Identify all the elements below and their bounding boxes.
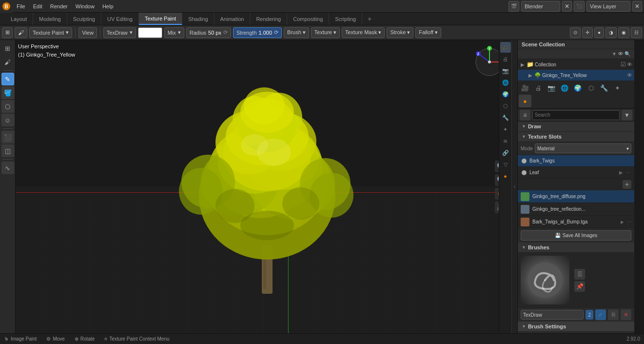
brush-delete-btn[interactable]: ✕ [621, 309, 631, 320]
collection-checkbox[interactable]: ☑ [621, 61, 626, 68]
viewport-shading-extra[interactable]: ☷ [631, 27, 642, 38]
tab-texture-paint[interactable]: Texture Paint [139, 13, 182, 25]
tab-layout[interactable]: Layout [5, 13, 33, 25]
constraint-props-icon[interactable]: 🔗 [500, 147, 511, 158]
props-view-layer-icon[interactable]: 📷 [545, 81, 558, 94]
viewport-shading-solid[interactable]: ● [594, 27, 604, 38]
tab-sculpting[interactable]: Sculpting [67, 13, 101, 25]
properties-search-input[interactable] [532, 110, 620, 120]
scene-name-field[interactable]: Blender [521, 1, 560, 12]
physics-props-icon[interactable]: ≋ [500, 136, 511, 146]
outliner-filter-icon[interactable]: ▼ [612, 51, 617, 57]
brush-copy-btn[interactable]: ⎘ [608, 309, 619, 320]
props-scene-icon[interactable]: 🌐 [558, 81, 571, 94]
props-render-icon[interactable]: 🎥 [519, 81, 531, 94]
tool-clone[interactable]: ☺ [1, 114, 14, 126]
blender-logo[interactable]: B [0, 0, 13, 13]
tab-animation[interactable]: Animation [215, 13, 251, 25]
view-layer-close-btn[interactable]: ✕ [632, 1, 642, 12]
brush-name-dropdown[interactable]: TexDraw ▾ [103, 27, 136, 38]
menu-render[interactable]: Render [46, 0, 72, 12]
paint-mode-dropdown[interactable]: Texture Paint ▾ [29, 27, 72, 38]
view-btn[interactable]: View [78, 27, 97, 38]
slot-leaf[interactable]: Leaf ▶ ⋯ [518, 167, 634, 179]
viewport-shading-material[interactable]: ◑ [605, 27, 617, 38]
scene-close-btn[interactable]: ✕ [562, 1, 572, 12]
world-props-icon[interactable]: 🌍 [500, 89, 511, 100]
props-output-icon[interactable]: 🖨 [532, 81, 545, 94]
texture-mask-dropdown[interactable]: Texture Mask ▾ [342, 27, 385, 38]
add-workspace-tab[interactable]: ＋ [362, 15, 377, 23]
brush-view-btn[interactable]: ☰ [574, 269, 585, 280]
3d-viewport[interactable]: X Y Z User Perspective (1) Ginkgo_Tree_Y… [16, 40, 511, 333]
tool-icon-top-2[interactable]: 🖌 [1, 56, 14, 68]
mode-icon-btn[interactable]: ⊞ [2, 27, 13, 38]
texture-dropdown[interactable]: Texture ▾ [311, 27, 340, 38]
tool-annotate[interactable]: ∿ [1, 162, 14, 174]
output-props-icon[interactable]: 🖨 [500, 54, 511, 64]
save-all-images-btn[interactable]: 💾 Save All Images [521, 230, 631, 241]
image-diffuse[interactable]: Ginkgo_tree_diffuse.png [518, 190, 634, 203]
panel-settings-btn[interactable]: ▼ [622, 110, 632, 121]
radius-input[interactable]: Radius 50 px ⟳ [186, 27, 231, 38]
tab-shading[interactable]: Shading [182, 13, 214, 25]
brush-dropdown[interactable]: Brush ▾ [284, 27, 309, 38]
tool-draw[interactable]: ✎ [1, 73, 14, 85]
brushes-section-header[interactable]: ▼ Brushes [518, 243, 634, 253]
slot-bark-twigs[interactable]: Bark_Twigs [518, 155, 634, 167]
menu-window[interactable]: Window [72, 0, 98, 12]
scene-selector[interactable]: 🎬 [508, 1, 519, 12]
falloff-dropdown[interactable]: Falloff ▾ [415, 27, 441, 38]
gizmo-btn[interactable]: ✛ [582, 27, 593, 38]
menu-file[interactable]: File [13, 0, 29, 12]
object-props-icon[interactable]: ⬡ [500, 101, 511, 111]
view-layer-selector[interactable]: ⬛ [574, 1, 585, 12]
outliner-search-icon[interactable]: 🔍 [624, 51, 630, 57]
brush-settings-section-header[interactable]: ▼ Brush Settings [518, 322, 634, 332]
object-data-props-icon[interactable]: ▽ [500, 159, 511, 170]
outliner-vis-icon[interactable]: 👁 [618, 51, 623, 57]
texture-slots-section-header[interactable]: ▼ Texture Slots [518, 132, 634, 142]
strength-input[interactable]: Strength 1.000 ⟳ [233, 27, 282, 38]
panel-list-view-btn[interactable]: ≡ [520, 110, 530, 121]
tab-compositing[interactable]: Compositing [287, 13, 329, 25]
brush-fake-user-btn[interactable]: ✓ [595, 309, 606, 320]
view-mode-toggle[interactable]: 🖌 [15, 27, 27, 38]
menu-edit[interactable]: Edit [29, 0, 46, 12]
collection-visibility-icon[interactable]: 👁 [627, 61, 632, 67]
view-layer-props-icon[interactable]: 📷 [500, 65, 511, 76]
tool-mask[interactable]: ◫ [1, 144, 14, 157]
brush-name-input[interactable]: TexDraw [521, 310, 584, 320]
mode-dropdown[interactable]: Material ▾ [535, 143, 631, 153]
render-props-icon[interactable]: 🎥 [500, 42, 511, 53]
outliner-tree-item[interactable]: ▶ 🌳 Ginkgo_Tree_Yellow 👁 [518, 70, 634, 81]
panel-collapse-toggle[interactable]: ‹ [511, 40, 517, 333]
color-swatch[interactable] [138, 27, 162, 38]
image-reflection[interactable]: Ginkgo_tree_reflection... [518, 203, 634, 216]
tool-smear[interactable]: ⬡ [1, 100, 14, 113]
particles-props-icon[interactable]: ✦ [500, 124, 511, 135]
tab-modeling[interactable]: Modeling [33, 13, 67, 25]
tab-uv-editing[interactable]: UV Editing [101, 13, 139, 25]
viewport-shading-rendered[interactable]: ◉ [618, 27, 629, 38]
menu-help[interactable]: Help [98, 0, 117, 12]
viewport-overlay-btn[interactable]: ⊙ [570, 27, 581, 38]
image-bump[interactable]: Bark_Twigs_al_Bump.tga ▶ ⋯ [518, 216, 634, 228]
stroke-dropdown[interactable]: Stroke ▾ [387, 27, 413, 38]
tool-icon-top-1[interactable]: ⊞ [1, 42, 14, 55]
brush-pin-btn[interactable]: 📌 [574, 281, 585, 292]
tab-rendering[interactable]: Rendering [250, 13, 287, 25]
tool-fill2[interactable]: ⬛ [1, 131, 14, 143]
outliner-collection-item[interactable]: ▶ 📁 Collection ☑ 👁 [518, 59, 634, 70]
draw-section-header[interactable]: ▼ Draw [518, 121, 634, 132]
material-props-icon[interactable]: ● [500, 171, 511, 182]
props-particles-icon[interactable]: ✦ [611, 81, 624, 94]
scene-props-icon[interactable]: 🌐 [500, 77, 511, 88]
props-material-icon[interactable]: ● [519, 95, 531, 107]
tree-visibility-icon[interactable]: 👁 [627, 72, 632, 78]
blend-mode-dropdown[interactable]: Mix ▾ [164, 27, 184, 38]
view-layer-field[interactable]: View Layer [586, 1, 630, 12]
tool-fill[interactable]: 🪣 [1, 86, 14, 99]
props-world-icon[interactable]: 🌍 [571, 81, 584, 94]
modifier-props-icon[interactable]: 🔧 [500, 112, 511, 123]
